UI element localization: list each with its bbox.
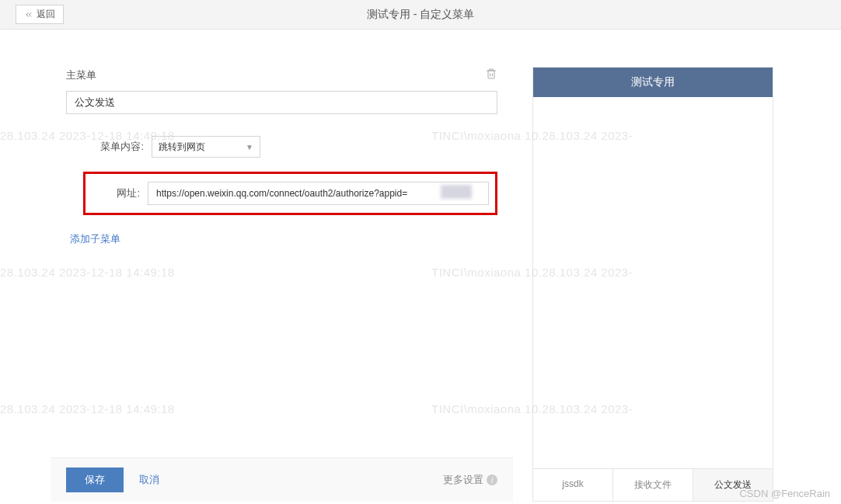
chevron-left-icon: [24, 10, 33, 19]
preview-panel: 测试专用 jssdk 接收文件 公文发送: [532, 67, 773, 502]
back-label: 返回: [37, 8, 55, 21]
preview-tab-receive[interactable]: 接收文件: [613, 469, 693, 501]
trash-icon: [485, 67, 497, 81]
chevron-down-icon: ▼: [246, 143, 253, 151]
more-settings-link[interactable]: 更多设置 i: [443, 473, 497, 487]
main-menu-label: 主菜单: [66, 68, 96, 82]
cancel-button[interactable]: 取消: [139, 473, 159, 487]
url-label: 网址:: [85, 186, 140, 200]
csdn-watermark: CSDN @FenceRain: [739, 488, 830, 499]
header-bar: 返回 测试专用 - 自定义菜单: [0, 0, 841, 30]
more-settings-label: 更多设置: [443, 473, 483, 487]
select-value: 跳转到网页: [159, 141, 205, 154]
menu-name-input[interactable]: [66, 91, 497, 114]
add-submenu-link[interactable]: 添加子菜单: [70, 232, 120, 246]
back-button[interactable]: 返回: [16, 5, 64, 24]
footer-actions: 保存 取消 更多设置 i: [51, 457, 513, 502]
content-type-label: 菜单内容:: [89, 140, 144, 154]
delete-button[interactable]: [485, 67, 497, 83]
page-title: 测试专用 - 自定义菜单: [367, 8, 474, 22]
url-highlight-box: 网址:: [83, 172, 497, 215]
preview-body: [533, 97, 773, 468]
editor-panel: 主菜单 菜单内容: 跳转到网页 ▼ 网址:: [66, 67, 497, 502]
preview-tab-jssdk[interactable]: jssdk: [533, 469, 613, 501]
preview-tabs: jssdk 接收文件 公文发送: [533, 468, 773, 501]
info-icon: i: [487, 474, 497, 485]
content-type-select[interactable]: 跳转到网页 ▼: [152, 136, 260, 158]
preview-header: 测试专用: [533, 68, 773, 97]
save-button[interactable]: 保存: [66, 468, 124, 492]
redacted-overlay: [441, 185, 472, 199]
url-input[interactable]: [148, 182, 489, 205]
